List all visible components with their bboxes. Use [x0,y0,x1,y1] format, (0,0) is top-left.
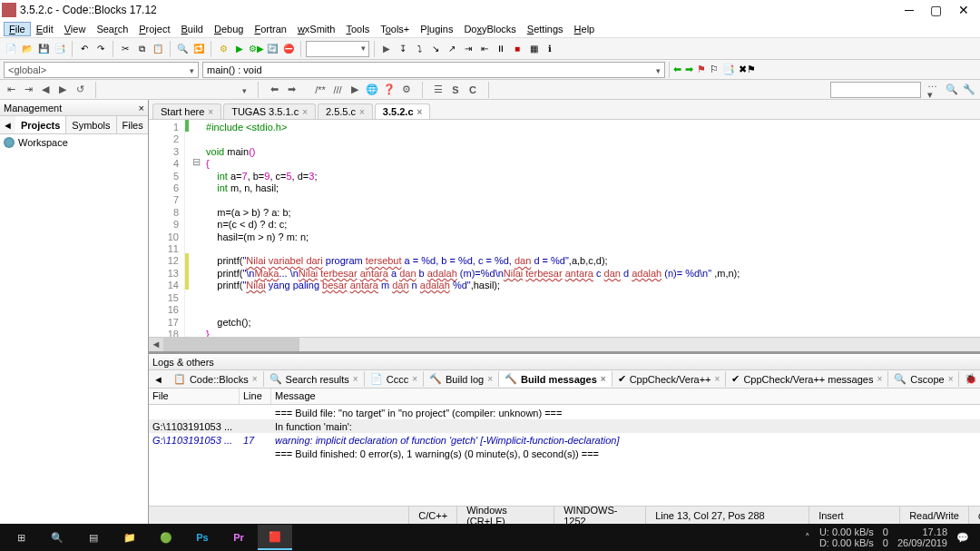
run-to-cursor-icon[interactable]: ↧ [396,42,410,56]
search-icon[interactable]: 🔍 [945,83,959,97]
next-func-icon[interactable]: ▶ [55,83,70,97]
menu-project[interactable]: Project [133,22,175,36]
menu-build[interactable]: Build [176,22,209,36]
tab-start-here[interactable]: Start here× [152,103,221,119]
menu-fortran[interactable]: Fortran [249,22,291,36]
flag-red-icon[interactable]: ⚑ [697,64,706,75]
premiere-button[interactable]: Pr [221,525,256,550]
mgmt-tab-symbols[interactable]: Symbols [66,116,116,133]
step-into-icon[interactable]: ↘ [428,42,443,56]
flag-white-icon[interactable]: ⚐ [710,64,719,75]
menu-edit[interactable]: Edit [31,22,59,36]
logs-tab-debugger[interactable]: 🐞 Debugge [959,371,980,387]
code-editor[interactable]: 12345678910111213141516171819 ⊟ #include… [149,120,980,337]
search-button[interactable]: 🔍 [40,525,74,550]
c-icon[interactable]: C [466,83,480,97]
menu-help[interactable]: Help [569,22,601,36]
logs-tab-codeblocks[interactable]: 📋 Code::Blocks × [168,371,264,387]
save-all-icon[interactable]: 📑 [53,42,67,56]
logs-tab-cppcheckmsg[interactable]: ✔ CppCheck/Vera++ messages × [726,371,888,387]
flag-list-icon[interactable]: 📑 [722,64,735,75]
doxy-run-icon[interactable]: ▶ [348,83,362,97]
doxy-html-icon[interactable]: 🌐 [365,83,379,97]
editor-scrollbar[interactable]: ◄► [149,337,980,351]
flag-clear-icon[interactable]: ✖⚑ [739,64,756,75]
next-line-icon[interactable]: ⤵ [412,42,426,56]
next-bookmark-icon[interactable]: ➡ [685,64,693,75]
info-icon[interactable]: ℹ [543,42,557,56]
logs-body[interactable]: === Build file: "no target" in "no proje… [149,405,980,506]
close-icon[interactable]: × [359,107,365,117]
step-instr-icon[interactable]: ⇤ [477,42,492,56]
code-text[interactable]: #include <stdio.h> void main() { int a=7… [203,120,980,337]
logs-tab-cscope[interactable]: 🔍 Cscope × [888,371,959,387]
fold-column[interactable]: ⊟ [189,120,203,337]
close-icon[interactable]: × [417,107,423,117]
tab-352c[interactable]: 3.5.2.c× [375,103,430,119]
prev-func-icon[interactable]: ◀ [38,83,53,97]
system-tray[interactable]: ˄ U: 0.00 kB/sD: 0.00 kB/s 00 17.1826/09… [798,526,976,548]
menu-settings[interactable]: Settings [522,22,569,36]
log-row[interactable]: G:\1103191053 ...17warning: implicit dec… [149,433,980,447]
abort-icon[interactable]: ⛔ [281,42,296,56]
menu-plugins[interactable]: Plugins [415,22,458,36]
tray-up-icon[interactable]: ˄ [805,532,810,543]
jump-back-icon[interactable]: ⇤ [4,83,18,97]
doxy-block-icon[interactable]: /** [313,83,328,97]
codeblocks-button[interactable]: 🟥 [258,525,292,550]
mgmt-tab-prev-icon[interactable]: ◄ [0,116,15,133]
redo-icon[interactable]: ↷ [93,42,108,56]
debug-windows-icon[interactable]: ▦ [526,42,541,56]
start-button[interactable]: ⊞ [4,525,38,550]
tab-255c[interactable]: 2.5.5.c× [318,103,373,119]
new-file-icon[interactable]: 📄 [4,42,18,56]
run-icon[interactable]: ▶ [232,42,247,56]
jump-fwd-icon[interactable]: ⇥ [21,83,35,97]
menu-wxsmith[interactable]: wxSmith [292,22,341,36]
logs-tab-cccc[interactable]: 📄 Cccc × [365,371,424,387]
debug-run-icon[interactable]: ▶ [379,42,394,56]
select-icon[interactable]: ☰ [431,83,446,97]
tray-notifications-icon[interactable]: 💬 [956,532,969,543]
break-icon[interactable]: ⏸ [494,42,508,56]
chrome-button[interactable]: 🟢 [149,525,183,550]
maximize-button[interactable]: ▢ [930,3,942,17]
scope-function-combo[interactable]: main() : void [202,62,665,78]
doxy-config-icon[interactable]: ⚙ [399,83,414,97]
taskview-button[interactable]: ▤ [76,525,111,550]
stop-icon[interactable]: ■ [510,42,524,56]
doxy-next-icon[interactable]: ➡ [284,83,299,97]
logs-tab-search[interactable]: 🔍 Search results × [264,371,365,387]
menu-file[interactable]: File [4,22,31,36]
search-input[interactable] [830,82,921,98]
doxy-line-icon[interactable]: /// [330,83,345,97]
tab-tugas[interactable]: TUGAS 3.5.1.c× [223,103,316,119]
copy-icon[interactable]: ⧉ [134,42,149,56]
menu-view[interactable]: View [59,22,92,36]
paste-icon[interactable]: 📋 [151,42,165,56]
log-row[interactable]: G:\1103191053 ...In function 'main': [149,419,980,433]
target-combo[interactable] [306,41,369,57]
workspace-item[interactable]: Workspace [4,137,144,148]
last-change-icon[interactable]: ↺ [73,83,87,97]
step-out-icon[interactable]: ↗ [445,42,459,56]
logs-tab-cppcheck[interactable]: ✔ CppCheck/Vera++ × [612,371,727,387]
next-instr-icon[interactable]: ⇥ [461,42,475,56]
doxy-chm-icon[interactable]: ❓ [382,83,397,97]
doxy-prev-icon[interactable]: ⬅ [267,83,281,97]
search-settings-icon[interactable]: 🔧 [962,83,976,97]
build-icon[interactable]: ⚙ [216,42,230,56]
prev-bookmark-icon[interactable]: ⬅ [673,64,681,75]
management-close-icon[interactable]: × [139,103,144,113]
menu-tools[interactable]: Tools [340,22,375,36]
close-icon[interactable]: × [302,107,308,117]
menu-doxyblocks[interactable]: DoxyBlocks [458,22,521,36]
minimize-button[interactable]: ─ [905,3,914,17]
mgmt-tab-projects[interactable]: Projects [15,116,66,133]
build-run-icon[interactable]: ⚙▶ [249,42,263,56]
scope-global-combo[interactable]: <global> [4,62,199,78]
nav-combo[interactable] [104,84,250,95]
s-icon[interactable]: S [448,83,463,97]
find-icon[interactable]: 🔍 [175,42,190,56]
log-row[interactable]: === Build finished: 0 error(s), 1 warnin… [149,447,980,460]
